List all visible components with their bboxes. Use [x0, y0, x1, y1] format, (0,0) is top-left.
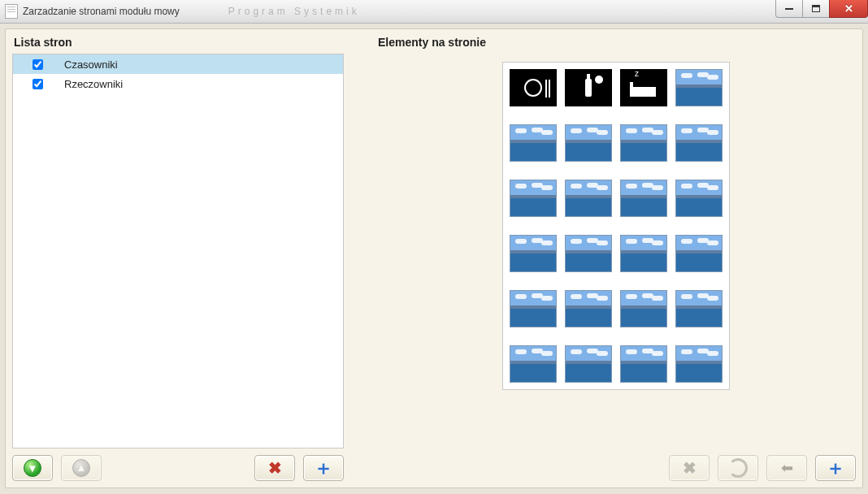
page-list-item-label: Czasowniki — [64, 58, 118, 71]
element-thumb-placeholder[interactable] — [675, 235, 723, 272]
elements-grid — [510, 69, 723, 383]
add-icon: ＋ — [314, 458, 333, 478]
element-thumb-placeholder[interactable] — [565, 290, 612, 327]
element-thumb-placeholder[interactable] — [620, 124, 667, 162]
element-thumb-placeholder[interactable] — [675, 180, 723, 217]
page-move-up-button: ▲ — [61, 455, 102, 481]
delete-icon: ✖ — [268, 458, 282, 478]
window-titlebar: Zarzadzanie stronami modułu mowy Program… — [0, 0, 868, 24]
page-visible-checkbox[interactable] — [33, 79, 43, 89]
delete-icon: ✖ — [683, 458, 697, 478]
element-thumb-placeholder[interactable] — [510, 180, 557, 217]
page-list-toolbar: ▼▲✖＋ — [12, 455, 344, 481]
element-thumb-drink[interactable] — [565, 69, 612, 106]
window-title: Zarzadzanie stronami modułu mowy — [23, 6, 180, 17]
drink-icon — [585, 79, 592, 97]
element-thumb-placeholder[interactable] — [565, 180, 612, 217]
element-thumb-placeholder[interactable] — [675, 345, 723, 383]
maximize-button[interactable] — [802, 0, 830, 18]
eat-icon — [524, 79, 542, 97]
minimize-button[interactable] — [775, 0, 803, 18]
element-thumb-placeholder[interactable] — [675, 69, 723, 106]
element-add-element-button[interactable]: ＋ — [815, 455, 856, 481]
element-thumb-placeholder[interactable] — [565, 124, 612, 162]
element-thumb-placeholder[interactable] — [510, 124, 557, 162]
element-thumb-placeholder[interactable] — [620, 345, 667, 383]
page-delete-page-button[interactable]: ✖ — [254, 455, 295, 481]
element-thumb-placeholder[interactable] — [620, 180, 667, 217]
main-panel: Lista stron CzasownikiRzeczowniki ▼▲✖＋ E… — [5, 28, 863, 488]
page-list-column: Lista stron CzasownikiRzeczowniki ▼▲✖＋ — [12, 34, 344, 481]
refresh-icon — [728, 458, 748, 478]
back-arrow-icon: ⬅ — [781, 459, 793, 477]
element-refresh-button — [718, 455, 758, 481]
sleep-icon — [631, 87, 656, 97]
element-thumb-placeholder[interactable] — [565, 235, 612, 272]
background-menu-ghost: Program Systemik — [228, 6, 360, 17]
close-button[interactable]: ✕ — [829, 0, 868, 18]
element-thumb-sleep[interactable] — [620, 69, 667, 106]
page-move-down-button[interactable]: ▼ — [12, 455, 53, 481]
element-back-button: ⬅ — [766, 455, 807, 481]
elements-heading: Elementy na stronie — [378, 36, 856, 49]
document-icon — [5, 4, 18, 19]
element-thumb-placeholder[interactable] — [675, 290, 723, 327]
page-list-item[interactable]: Rzeczowniki — [13, 74, 343, 93]
page-visible-checkbox[interactable] — [33, 59, 43, 70]
elements-column: Elementy na stronie ✖⬅＋ — [376, 34, 856, 481]
page-add-page-button[interactable]: ＋ — [303, 455, 344, 481]
element-thumb-placeholder[interactable] — [675, 124, 723, 162]
page-list-item-label: Rzeczowniki — [64, 78, 123, 90]
element-delete-element-button: ✖ — [669, 455, 710, 481]
page-list[interactable]: CzasownikiRzeczowniki — [12, 54, 344, 448]
arrow-down-icon: ▼ — [24, 459, 41, 477]
element-thumb-placeholder[interactable] — [565, 345, 612, 383]
arrow-up-icon: ▲ — [72, 459, 90, 477]
elements-toolbar: ✖⬅＋ — [376, 455, 856, 481]
window-controls: ✕ — [776, 0, 868, 18]
add-icon: ＋ — [826, 458, 845, 478]
element-thumb-eat[interactable] — [510, 69, 557, 106]
element-thumb-placeholder[interactable] — [620, 290, 667, 327]
element-thumb-placeholder[interactable] — [510, 235, 557, 272]
page-list-item[interactable]: Czasowniki — [13, 54, 343, 74]
page-list-heading: Lista stron — [14, 36, 344, 49]
element-thumb-placeholder[interactable] — [620, 235, 667, 272]
element-thumb-placeholder[interactable] — [510, 290, 557, 327]
element-thumb-placeholder[interactable] — [510, 345, 557, 383]
elements-grid-frame — [502, 62, 730, 390]
elements-canvas — [376, 54, 856, 448]
